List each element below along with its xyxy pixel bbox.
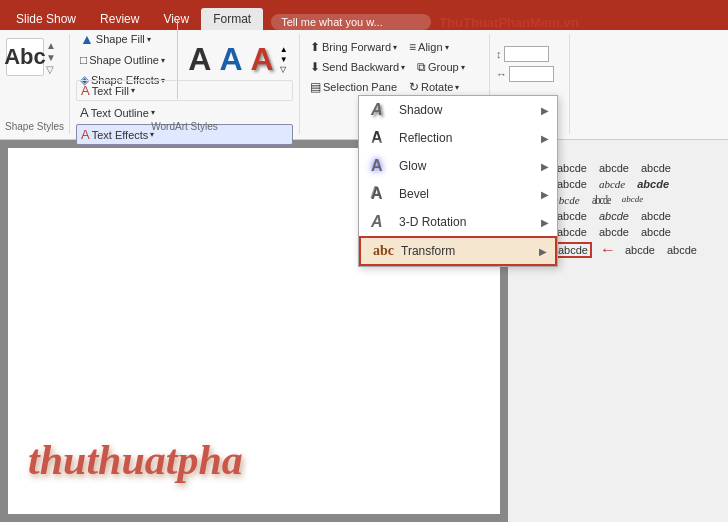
effect-reflection[interactable]: A Reflection ▶: [359, 124, 557, 152]
glow-icon-letter: A: [371, 157, 391, 175]
abcde-r6c2-selected[interactable]: abcde: [554, 242, 592, 258]
rotate-btn[interactable]: ↻ Rotate ▾: [405, 78, 463, 96]
group-icon: ⧉: [417, 60, 426, 74]
bring-forward-icon: ⬆: [310, 40, 320, 54]
abcde-r3c4[interactable]: abcde: [619, 193, 647, 207]
bring-forward-btn[interactable]: ⬆ Bring Forward ▾: [306, 38, 401, 56]
align-btn[interactable]: ≡ Align ▾: [405, 38, 452, 56]
effect-3d-rotation[interactable]: A 3-D Rotation ▶: [359, 208, 557, 236]
shape-style-abc[interactable]: Abc: [6, 38, 44, 76]
3d-rotation-arrow: ▶: [541, 217, 549, 228]
width-icon: ↔: [496, 68, 507, 80]
wordart-style-3[interactable]: A: [249, 39, 276, 80]
shape-fill-icon: ▲: [80, 31, 94, 47]
height-input[interactable]: 2.57: [504, 46, 549, 62]
abcde-r5c2[interactable]: abcde: [554, 225, 590, 239]
send-backward-icon: ⬇: [310, 60, 320, 74]
abcde-r5c3[interactable]: abcde: [596, 225, 632, 239]
tab-review[interactable]: Review: [88, 8, 151, 30]
transform-arrow: ▶: [539, 246, 547, 257]
wordart-scroll-arrows[interactable]: ▲▼▽: [280, 45, 288, 74]
abcde-r2c4[interactable]: abcde: [634, 177, 672, 191]
transform-icon-letter: abc: [373, 243, 393, 259]
reflection-icon-letter: A: [371, 129, 391, 147]
wordart-style-1[interactable]: A: [186, 39, 213, 80]
text-fill-btn[interactable]: A Text Fill ▾: [76, 80, 293, 101]
wordart-style-2[interactable]: A: [217, 39, 244, 80]
group-btn[interactable]: ⧉ Group ▾: [413, 58, 469, 76]
wordart-styles-label: WordArt Styles: [70, 121, 299, 132]
reflection-arrow: ▶: [541, 133, 549, 144]
tab-view[interactable]: View: [151, 8, 201, 30]
abcde-r2c3[interactable]: abcde: [596, 177, 628, 191]
abcde-r5c4[interactable]: abcde: [638, 225, 674, 239]
effect-bevel[interactable]: A Bevel ▶: [359, 180, 557, 208]
selection-pane-btn[interactable]: ▤ Selection Pane: [306, 78, 401, 96]
tab-format[interactable]: Format: [201, 8, 263, 30]
shadow-icon-letter: A: [371, 101, 391, 119]
align-icon: ≡: [409, 40, 416, 54]
shape-outline-icon: □: [80, 53, 87, 67]
effect-transform[interactable]: abc Transform ▶: [359, 236, 557, 266]
tell-me-box[interactable]: Tell me what you w...: [271, 14, 431, 30]
abcde-r6c4[interactable]: abcde: [664, 243, 700, 257]
selection-arrow: ←: [600, 241, 616, 259]
shape-outline-btn[interactable]: □ Shape Outline ▾: [76, 51, 169, 69]
selection-pane-icon: ▤: [310, 80, 321, 94]
abcde-r1c4[interactable]: abcde: [638, 161, 674, 175]
height-icon: ↕: [496, 48, 502, 60]
slide-text: thuthuatpha: [28, 436, 243, 484]
text-outline-btn[interactable]: A Text Outline ▾: [76, 103, 293, 122]
abcde-r6c3[interactable]: abcde: [622, 243, 658, 257]
abcde-r1c2[interactable]: abcde: [554, 161, 590, 175]
rotate-icon: ↻: [409, 80, 419, 94]
effect-shadow[interactable]: A Shadow ▶: [359, 96, 557, 124]
abcde-r4c3[interactable]: abcde: [596, 209, 632, 223]
abcde-r3c3[interactable]: abcde: [589, 191, 613, 209]
effect-glow[interactable]: A Glow ▶: [359, 152, 557, 180]
style-scroll-arrows[interactable]: ▲ ▼ ▽: [46, 40, 56, 75]
width-input[interactable]: 18.57: [509, 66, 554, 82]
abcde-r1c3[interactable]: abcde: [596, 161, 632, 175]
watermark-logo: ThuThuatPhanMem.vn: [439, 15, 578, 30]
tab-slideshow[interactable]: Slide Show: [4, 8, 88, 30]
abcde-r4c2[interactable]: abcde: [554, 209, 590, 223]
bevel-icon-letter: A: [371, 185, 391, 203]
shape-fill-btn[interactable]: ▲ Shape Fill ▾: [76, 29, 169, 49]
text-fill-icon: A: [81, 83, 90, 98]
abcde-r2c2[interactable]: abcde: [554, 177, 590, 191]
shape-styles-group: Abc ▲ ▼ ▽ Shape Styles: [0, 34, 70, 134]
shadow-arrow: ▶: [541, 105, 549, 116]
bevel-arrow: ▶: [541, 189, 549, 200]
wordart-styles-group: ▲ Shape Fill ▾ □ Shape Outline ▾ ◈ Shape…: [70, 34, 300, 134]
send-backward-btn[interactable]: ⬇ Send Backward ▾: [306, 58, 409, 76]
text-outline-icon: A: [80, 105, 89, 120]
glow-arrow: ▶: [541, 161, 549, 172]
shape-styles-label: Shape Styles: [0, 121, 69, 132]
3d-rotation-icon-letter: A: [371, 213, 391, 231]
text-effects-dropdown: A Shadow ▶ A Reflection ▶ A Glow ▶ A Bev…: [358, 95, 558, 267]
abcde-r4c4[interactable]: abcde: [638, 209, 674, 223]
